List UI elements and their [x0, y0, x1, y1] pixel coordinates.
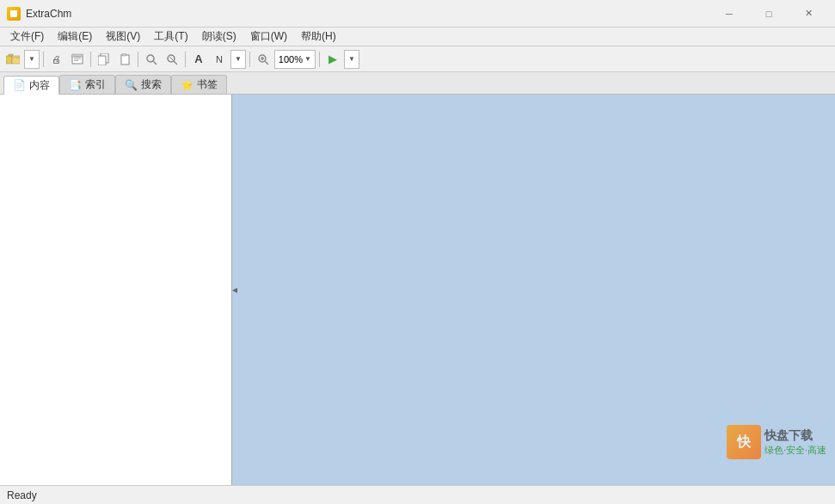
- title-bar: ExtraChm ─ □ ✕: [0, 0, 835, 28]
- svg-rect-10: [98, 56, 106, 65]
- font-size-n-button[interactable]: N: [210, 50, 229, 69]
- menu-file[interactable]: 文件(F): [3, 28, 51, 46]
- contents-icon: 📄: [13, 79, 26, 91]
- status-text: Ready: [7, 489, 37, 501]
- tab-index[interactable]: 📑 索引: [59, 75, 115, 94]
- toolbar-sep-3: [138, 52, 138, 67]
- svg-rect-2: [12, 56, 20, 64]
- open-dropdown[interactable]: ▼: [24, 50, 40, 69]
- watermark-icon: 快: [727, 425, 761, 459]
- find-button[interactable]: [142, 50, 161, 69]
- window-title: ExtraChm: [26, 8, 709, 20]
- play-button[interactable]: ▶: [323, 50, 342, 69]
- svg-rect-8: [71, 54, 83, 57]
- svg-rect-6: [74, 58, 81, 59]
- print-button[interactable]: 🖨: [47, 50, 66, 69]
- status-bar: Ready: [0, 485, 835, 504]
- star-icon: ⭐: [181, 79, 193, 91]
- menu-view[interactable]: 视图(V): [99, 28, 147, 46]
- tab-bookmarks-label: 书签: [197, 77, 218, 92]
- menu-edit[interactable]: 编辑(E): [51, 28, 99, 46]
- tab-search[interactable]: 🔍 搜索: [115, 75, 171, 94]
- index-icon: 📑: [69, 79, 82, 91]
- content-area: 快 快盘下载 绿色·安全·高速: [0, 95, 835, 485]
- open-folder-button[interactable]: [3, 50, 22, 69]
- font-button[interactable]: A: [189, 50, 208, 69]
- play-dropdown[interactable]: ▼: [344, 50, 359, 69]
- menu-read[interactable]: 朗读(S): [195, 28, 243, 46]
- svg-line-16: [174, 61, 177, 65]
- zoom-icon: [254, 50, 273, 69]
- toolbar-sep-6: [319, 52, 320, 67]
- search-icon: 🔍: [125, 79, 138, 91]
- svg-rect-1: [9, 54, 13, 56]
- svg-rect-12: [122, 53, 126, 56]
- svg-rect-7: [74, 60, 78, 61]
- window-controls: ─ □ ✕: [709, 0, 828, 28]
- toolbar-sep-5: [249, 52, 250, 67]
- menu-tools[interactable]: 工具(T): [147, 28, 194, 46]
- minimize-button[interactable]: ─: [709, 0, 749, 28]
- tab-search-label: 搜索: [141, 77, 162, 92]
- watermark-text: 快盘下载 绿色·安全·高速: [764, 427, 826, 458]
- tab-contents-label: 内容: [29, 78, 50, 93]
- zoom-dropdown[interactable]: 100% ▼: [274, 50, 316, 69]
- toolbar-sep-4: [185, 52, 186, 67]
- font-size-dropdown[interactable]: ▼: [230, 50, 246, 69]
- tab-index-label: 索引: [85, 77, 106, 92]
- watermark-tagline: 绿色·安全·高速: [764, 444, 826, 457]
- tab-contents[interactable]: 📄 内容: [3, 76, 59, 95]
- watermark-icon-text: 快: [737, 433, 751, 452]
- print-preview-button[interactable]: [68, 50, 87, 69]
- toolbar-sep-2: [90, 52, 91, 67]
- app-icon: [7, 7, 21, 21]
- menu-bar: 文件(F) 编辑(E) 视图(V) 工具(T) 朗读(S) 窗口(W) 帮助(H…: [0, 28, 835, 46]
- watermark-site-name: 快盘下载: [764, 427, 826, 445]
- tab-bar: 📄 内容 📑 索引 🔍 搜索 ⭐ 书签: [0, 72, 835, 95]
- zoom-level: 100%: [279, 54, 303, 65]
- toolbar: ▼ 🖨 A N ▼ 100% ▼ ▶ ▼: [0, 46, 835, 72]
- maximize-button[interactable]: □: [749, 0, 789, 28]
- svg-line-17: [169, 57, 173, 60]
- watermark: 快 快盘下载 绿色·安全·高速: [727, 425, 826, 459]
- menu-help[interactable]: 帮助(H): [294, 28, 343, 46]
- tab-bookmarks[interactable]: ⭐ 书签: [171, 75, 227, 94]
- find-prev-button[interactable]: [163, 50, 181, 69]
- svg-line-19: [265, 61, 268, 65]
- paste-button[interactable]: [115, 50, 134, 69]
- right-panel: 快 快盘下载 绿色·安全·高速: [237, 95, 835, 485]
- left-panel: [0, 95, 232, 485]
- close-button[interactable]: ✕: [789, 0, 828, 28]
- svg-rect-11: [121, 55, 129, 65]
- toolbar-sep-1: [43, 52, 44, 67]
- svg-line-14: [153, 61, 157, 65]
- svg-rect-0: [6, 56, 12, 64]
- copy-button[interactable]: [95, 50, 114, 69]
- menu-window[interactable]: 窗口(W): [243, 28, 294, 46]
- svg-point-13: [147, 55, 154, 62]
